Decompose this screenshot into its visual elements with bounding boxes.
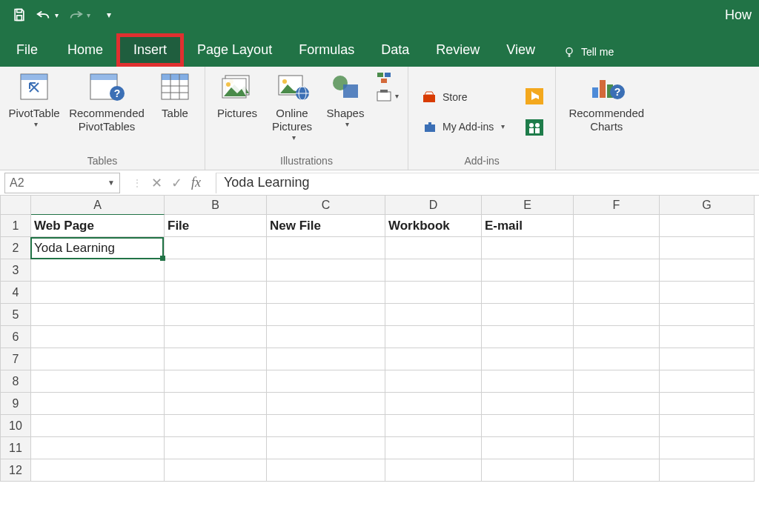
row-header-5[interactable]: 5 bbox=[0, 304, 31, 326]
cell-E1[interactable]: E-mail bbox=[482, 215, 574, 237]
cell-B7[interactable] bbox=[165, 348, 267, 370]
row-header-12[interactable]: 12 bbox=[0, 459, 31, 482]
cell-C9[interactable] bbox=[267, 393, 385, 415]
select-all-corner[interactable] bbox=[0, 196, 31, 215]
cell-A10[interactable] bbox=[31, 415, 165, 437]
formula-bar[interactable]: Yoda Learning bbox=[216, 173, 759, 193]
cell-G8[interactable] bbox=[660, 370, 755, 393]
cell-E7[interactable] bbox=[482, 348, 574, 370]
bing-maps-button[interactable] bbox=[523, 87, 546, 106]
cell-C3[interactable] bbox=[267, 259, 385, 282]
cell-A11[interactable] bbox=[31, 437, 165, 459]
cell-D2[interactable] bbox=[385, 237, 482, 259]
cell-B1[interactable]: File bbox=[165, 215, 267, 237]
recommended-pivot-button[interactable]: ? Recommended PivotTables bbox=[62, 70, 151, 133]
customize-qat-icon[interactable]: ▾ bbox=[107, 10, 111, 20]
cell-A8[interactable] bbox=[31, 370, 165, 393]
cell-G1[interactable] bbox=[660, 215, 755, 237]
tab-review[interactable]: Review bbox=[422, 33, 493, 67]
people-graph-button[interactable] bbox=[523, 118, 546, 137]
cell-B2[interactable] bbox=[165, 237, 267, 259]
cell-C12[interactable] bbox=[267, 459, 385, 482]
cell-B6[interactable] bbox=[165, 326, 267, 348]
cell-G10[interactable] bbox=[660, 415, 755, 437]
chevron-down-icon[interactable]: ▼ bbox=[107, 179, 115, 187]
tab-file[interactable]: File bbox=[0, 33, 54, 67]
cell-A3[interactable] bbox=[31, 259, 165, 282]
cell-C10[interactable] bbox=[267, 415, 385, 437]
cell-D1[interactable]: Workbook bbox=[385, 215, 482, 237]
col-header-B[interactable]: B bbox=[165, 196, 267, 215]
cell-E3[interactable] bbox=[482, 259, 574, 282]
cell-F6[interactable] bbox=[574, 326, 660, 348]
cell-D10[interactable] bbox=[385, 415, 482, 437]
cell-A5[interactable] bbox=[31, 304, 165, 326]
pictures-button[interactable]: Pictures bbox=[211, 70, 263, 120]
cell-F10[interactable] bbox=[574, 415, 660, 437]
cell-D6[interactable] bbox=[385, 326, 482, 348]
cell-G4[interactable] bbox=[660, 282, 755, 304]
chevron-down-icon[interactable]: ▾ bbox=[55, 11, 59, 19]
cell-A9[interactable] bbox=[31, 393, 165, 415]
cell-E9[interactable] bbox=[482, 393, 574, 415]
cell-B3[interactable] bbox=[165, 259, 267, 282]
cell-C1[interactable]: New File bbox=[267, 215, 385, 237]
cell-C8[interactable] bbox=[267, 370, 385, 393]
cell-E8[interactable] bbox=[482, 370, 574, 393]
cell-D4[interactable] bbox=[385, 282, 482, 304]
cell-A1[interactable]: Web Page bbox=[31, 215, 165, 237]
cell-C6[interactable] bbox=[267, 326, 385, 348]
tab-view[interactable]: View bbox=[493, 33, 548, 67]
cell-C2[interactable] bbox=[267, 237, 385, 259]
cell-B4[interactable] bbox=[165, 282, 267, 304]
screenshot-button[interactable]: ▾ bbox=[373, 87, 402, 104]
save-icon[interactable] bbox=[12, 7, 27, 22]
table-button[interactable]: Table bbox=[151, 70, 199, 120]
cell-G11[interactable] bbox=[660, 437, 755, 459]
row-header-6[interactable]: 6 bbox=[0, 326, 31, 348]
cell-A7[interactable] bbox=[31, 348, 165, 370]
cell-G3[interactable] bbox=[660, 259, 755, 282]
cell-E2[interactable] bbox=[482, 237, 574, 259]
row-header-2[interactable]: 2 bbox=[0, 237, 31, 259]
smartart-button[interactable] bbox=[373, 70, 402, 86]
cell-G6[interactable] bbox=[660, 326, 755, 348]
cell-F7[interactable] bbox=[574, 348, 660, 370]
cell-B5[interactable] bbox=[165, 304, 267, 326]
col-header-F[interactable]: F bbox=[574, 196, 660, 215]
cell-A6[interactable] bbox=[31, 326, 165, 348]
cell-A4[interactable] bbox=[31, 282, 165, 304]
cell-C4[interactable] bbox=[267, 282, 385, 304]
col-header-E[interactable]: E bbox=[482, 196, 574, 215]
store-button[interactable]: Store bbox=[419, 88, 508, 106]
cell-F9[interactable] bbox=[574, 393, 660, 415]
cell-G2[interactable] bbox=[660, 237, 755, 259]
cell-B8[interactable] bbox=[165, 370, 267, 393]
row-header-3[interactable]: 3 bbox=[0, 259, 31, 282]
row-header-1[interactable]: 1 bbox=[0, 215, 31, 237]
cell-F12[interactable] bbox=[574, 459, 660, 482]
cell-C5[interactable] bbox=[267, 304, 385, 326]
chevron-down-icon[interactable]: ▾ bbox=[87, 11, 90, 19]
recommended-charts-button[interactable]: ? Recommended Charts bbox=[562, 70, 651, 133]
cell-A12[interactable] bbox=[31, 459, 165, 482]
redo-icon[interactable]: ▾ bbox=[67, 8, 90, 21]
cell-E4[interactable] bbox=[482, 282, 574, 304]
cell-D12[interactable] bbox=[385, 459, 482, 482]
tab-page-layout[interactable]: Page Layout bbox=[184, 33, 285, 67]
row-header-4[interactable]: 4 bbox=[0, 282, 31, 304]
cell-D3[interactable] bbox=[385, 259, 482, 282]
row-header-7[interactable]: 7 bbox=[0, 348, 31, 370]
cancel-icon[interactable]: ✕ bbox=[151, 175, 162, 191]
enter-icon[interactable]: ✓ bbox=[171, 175, 182, 191]
tab-home[interactable]: Home bbox=[54, 33, 116, 67]
row-header-8[interactable]: 8 bbox=[0, 370, 31, 393]
tab-data[interactable]: Data bbox=[368, 33, 422, 67]
cell-G5[interactable] bbox=[660, 304, 755, 326]
cell-C7[interactable] bbox=[267, 348, 385, 370]
row-header-9[interactable]: 9 bbox=[0, 393, 31, 415]
fx-icon[interactable]: fx bbox=[191, 175, 201, 190]
cell-D9[interactable] bbox=[385, 393, 482, 415]
cell-F8[interactable] bbox=[574, 370, 660, 393]
cell-E6[interactable] bbox=[482, 326, 574, 348]
